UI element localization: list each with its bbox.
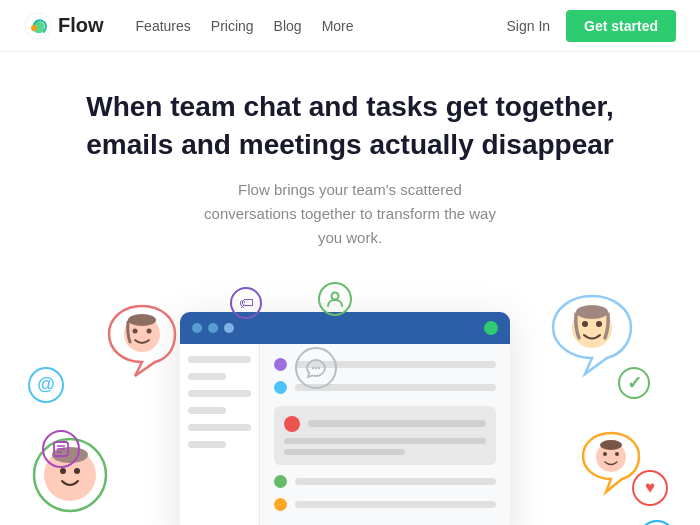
logo[interactable]: Flow xyxy=(24,12,104,40)
chat-icon xyxy=(295,347,337,389)
svg-point-8 xyxy=(596,321,602,327)
sidebar-line xyxy=(188,356,251,363)
svg-point-13 xyxy=(600,440,622,450)
svg-point-7 xyxy=(582,321,588,327)
svg-point-20 xyxy=(312,366,314,368)
svg-point-21 xyxy=(315,366,317,368)
sidebar-line xyxy=(188,390,251,397)
svg-point-19 xyxy=(332,292,339,299)
svg-point-16 xyxy=(60,468,66,474)
logo-icon xyxy=(24,12,52,40)
svg-point-11 xyxy=(603,452,607,456)
app-window xyxy=(180,312,510,525)
wifi-icon xyxy=(638,520,676,525)
titlebar-dot-green xyxy=(484,321,498,335)
task-dot xyxy=(274,475,287,488)
task-dot xyxy=(274,381,287,394)
app-sidebar xyxy=(180,344,260,525)
sidebar-line xyxy=(188,441,226,448)
at-icon: @ xyxy=(28,367,64,403)
titlebar-dot-2 xyxy=(208,323,218,333)
list-icon xyxy=(42,430,80,468)
svg-point-1 xyxy=(31,25,37,31)
nav-pricing[interactable]: Pricing xyxy=(211,18,254,34)
nav-links: Features Pricing Blog More xyxy=(136,18,507,34)
avatar-bubble-pink xyxy=(105,302,179,386)
app-content xyxy=(180,344,510,525)
svg-point-3 xyxy=(133,328,138,333)
navbar: Flow Features Pricing Blog More Sign In … xyxy=(0,0,700,52)
svg-point-5 xyxy=(128,314,156,326)
sidebar-line xyxy=(188,407,226,414)
titlebar-dot-1 xyxy=(192,323,202,333)
svg-point-12 xyxy=(615,452,619,456)
task-dot xyxy=(274,498,287,511)
sign-in-link[interactable]: Sign In xyxy=(506,18,550,34)
hero-title: When team chat and tasks get together, e… xyxy=(70,88,630,164)
task-line xyxy=(295,478,496,485)
app-titlebar xyxy=(180,312,510,344)
nav-right: Sign In Get started xyxy=(506,10,676,42)
task-card-line xyxy=(284,438,486,444)
check-icon: ✓ xyxy=(618,367,650,399)
hero-section: When team chat and tasks get together, e… xyxy=(0,52,700,250)
illustration: @ 🏷 ✓ ♥ ● xyxy=(0,282,700,525)
tag-icon: 🏷 xyxy=(230,287,262,319)
person-icon xyxy=(318,282,352,316)
task-row xyxy=(274,475,496,488)
task-row xyxy=(274,498,496,511)
svg-point-9 xyxy=(576,305,608,319)
svg-point-17 xyxy=(74,468,80,474)
hero-subtitle: Flow brings your team's scattered conver… xyxy=(190,178,510,250)
svg-point-4 xyxy=(147,328,152,333)
task-dot-red xyxy=(284,416,300,432)
nav-features[interactable]: Features xyxy=(136,18,191,34)
svg-point-22 xyxy=(318,366,320,368)
nav-blog[interactable]: Blog xyxy=(274,18,302,34)
titlebar-dot-3 xyxy=(224,323,234,333)
get-started-button[interactable]: Get started xyxy=(566,10,676,42)
task-card xyxy=(274,406,496,465)
task-line xyxy=(295,501,496,508)
logo-text: Flow xyxy=(58,14,104,37)
task-dot xyxy=(274,358,287,371)
task-line xyxy=(308,420,486,427)
heart-icon: ♥ xyxy=(632,470,668,506)
nav-more[interactable]: More xyxy=(322,18,354,34)
task-card-line xyxy=(284,449,405,455)
sidebar-line xyxy=(188,424,251,431)
sidebar-line xyxy=(188,373,226,380)
